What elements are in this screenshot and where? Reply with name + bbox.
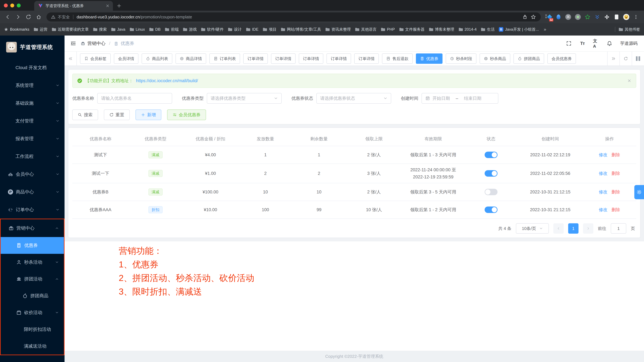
edit-link[interactable]: 修改 <box>599 152 608 157</box>
sidebar-item-cloud-docs[interactable]: Cloud 开发文档 <box>0 59 64 77</box>
current-page-button[interactable]: 1 <box>568 223 578 234</box>
collapse-sidebar-icon[interactable] <box>70 41 76 46</box>
bookmark-folder[interactable]: 网站/博客/文章/工具 <box>281 27 321 32</box>
status-toggle[interactable] <box>484 206 498 213</box>
zoom-window-button[interactable] <box>17 4 21 8</box>
bookmark-folder[interactable]: 其他语言 <box>355 27 376 32</box>
bookmark-folder[interactable]: 近期需要读的文章 <box>52 27 89 32</box>
sidebar-item-member-center[interactable]: 会员中心 <box>0 165 64 183</box>
sidebar-item-groupon[interactable]: 拼团活动 <box>1 271 64 287</box>
sidebar-item-seckill[interactable]: 秒杀活动 <box>1 254 64 271</box>
tab-member-coupon[interactable]: 会员优惠券 <box>547 54 576 64</box>
tab-order-detail-1[interactable]: 订单详情 <box>243 54 268 64</box>
extension-star-icon[interactable] <box>584 14 591 21</box>
bookmark-folder[interactable]: 生活 <box>481 27 494 32</box>
date-range-picker[interactable]: 开始日期 – 结束日期 <box>422 93 498 104</box>
bookmark-folder[interactable]: 2014-4 <box>458 27 477 32</box>
close-tab-icon[interactable] <box>106 4 110 8</box>
back-button[interactable] <box>3 13 12 22</box>
tab-product-detail[interactable]: 商品详情 <box>176 54 206 64</box>
edit-link[interactable]: 修改 <box>599 190 608 194</box>
sidebar-item-coupon[interactable]: 优惠券 <box>1 237 64 254</box>
coupon-status-select[interactable]: 请选择优惠券状态 <box>316 93 391 104</box>
bookmark-java-dev[interactable]: BJava开发 | 小组首... <box>499 27 539 32</box>
home-button[interactable] <box>34 13 43 22</box>
bell-icon[interactable] <box>606 41 612 46</box>
tab-groupon-product[interactable]: 拼团商品 <box>514 54 544 64</box>
bookmark-folder[interactable]: 软件/硬件 <box>201 27 224 32</box>
address-bar[interactable]: 不安全 dashboard-vue3.yudao.iocoder.cn /pro… <box>46 13 541 22</box>
sidebar-item-infrastructure[interactable]: 基础设施 <box>0 94 64 112</box>
font-size-icon[interactable]: Tᴛ <box>580 41 585 46</box>
reading-list-icon[interactable] <box>613 14 620 21</box>
bookmark-folder[interactable]: 运营 <box>34 27 48 32</box>
forward-button[interactable] <box>14 13 22 22</box>
tab-order-detail-5[interactable]: 订单详情 <box>354 54 379 64</box>
tab-member-detail[interactable]: 会员详情 <box>114 54 138 64</box>
member-coupon-button[interactable]: 会员优惠券 <box>167 110 206 120</box>
bookmark-folder[interactable]: 文件服务器 <box>399 27 424 32</box>
tab-coupon[interactable]: 优惠券 <box>416 54 442 64</box>
delete-link[interactable]: 删除 <box>612 152 620 157</box>
settings-gear-button[interactable] <box>634 185 644 199</box>
layout-columns-icon[interactable] <box>632 52 644 66</box>
bookmark-star-button[interactable] <box>529 13 538 21</box>
bookmark-folder[interactable]: DB <box>149 27 160 32</box>
browser-tab[interactable]: 芋道管理系统 - 优惠券 <box>34 1 113 11</box>
extension-balloon-icon[interactable] <box>555 14 562 21</box>
status-toggle[interactable] <box>484 152 498 158</box>
reload-button[interactable] <box>24 13 33 22</box>
sidebar-item-report[interactable]: 报表管理 <box>0 130 64 148</box>
status-toggle[interactable] <box>484 170 498 177</box>
bookmark-folder[interactable]: IDE <box>246 27 258 32</box>
sidebar-item-order-center[interactable]: ℮订单中心 <box>0 201 64 219</box>
tab-order-detail-4[interactable]: 订单详情 <box>326 54 351 64</box>
doc-link[interactable]: https://doc.iocoder.cn/mall/build/ <box>136 78 198 83</box>
sidebar-item-workflow[interactable]: 工作流程 <box>0 148 64 165</box>
new-tab-button[interactable] <box>115 2 123 10</box>
tab-order-detail-2[interactable]: 订单详情 <box>271 54 296 64</box>
alert-close-icon[interactable] <box>627 79 632 83</box>
extensions-puzzle-icon[interactable] <box>603 14 610 21</box>
bookmarks-overflow-chevron[interactable]: » <box>544 27 546 32</box>
sidebar-item-full-gift[interactable]: 满减送活动 <box>1 338 64 354</box>
profile-avatar[interactable] <box>623 14 630 21</box>
fullscreen-icon[interactable] <box>566 41 572 46</box>
other-bookmarks-folder[interactable]: 其他书签 <box>618 27 640 32</box>
edit-link[interactable]: 修改 <box>599 171 608 176</box>
delete-link[interactable]: 删除 <box>612 207 620 212</box>
tab-seckill-product[interactable]: 秒杀商品 <box>480 54 510 64</box>
bookmark-folder[interactable]: 游戏 <box>183 27 197 32</box>
sidebar-item-payment[interactable]: 支付管理 <box>0 112 64 130</box>
tabs-refresh-button[interactable] <box>620 52 632 66</box>
page-size-select[interactable]: 10条/页 <box>516 223 549 234</box>
bookmark-folder[interactable]: PHP <box>381 27 395 32</box>
sidebar-item-system[interactable]: 系统管理 <box>0 77 64 94</box>
add-button[interactable]: 新增 <box>136 110 161 120</box>
search-button[interactable]: 搜索 <box>72 110 98 120</box>
sidebar-item-marketing-center[interactable]: 营销中心 <box>1 219 64 237</box>
language-icon[interactable]: 文A <box>593 41 599 46</box>
bookmark-folder[interactable]: 设计 <box>228 27 242 32</box>
sidebar-item-time-discount[interactable]: 限时折扣活动 <box>1 321 64 338</box>
delete-link[interactable]: 删除 <box>612 171 620 176</box>
status-toggle[interactable] <box>484 189 498 195</box>
prev-page-button[interactable] <box>553 223 564 234</box>
extension-chevrons-icon[interactable] <box>594 14 601 21</box>
browser-menu-icon[interactable] <box>632 14 640 21</box>
sidebar-item-product-center[interactable]: P商品中心 <box>0 183 64 201</box>
extension-diamond-icon[interactable]: 12 <box>545 14 552 21</box>
bookmark-folder[interactable]: 项目 <box>263 27 276 32</box>
reset-button[interactable]: 重置 <box>104 110 130 120</box>
tab-order-list[interactable]: 订单列表 <box>210 54 240 64</box>
coupon-type-select[interactable]: 请选择优惠券类型 <box>207 93 282 104</box>
close-window-button[interactable] <box>4 4 8 8</box>
tab-seckill-time[interactable]: 秒杀时段 <box>446 54 476 64</box>
coupon-name-input[interactable]: 请输入优惠券名 <box>97 93 172 104</box>
bookmarks-label-item[interactable]: Bookmarks <box>4 27 29 32</box>
tab-aftersale-refund[interactable]: 售后退款 <box>382 54 413 64</box>
app-logo[interactable]: 芋道管理系统 <box>0 36 64 59</box>
bookmark-folder[interactable]: Java <box>111 27 125 32</box>
delete-link[interactable]: 删除 <box>612 190 620 194</box>
bookmark-folder[interactable]: Linux <box>130 27 145 32</box>
